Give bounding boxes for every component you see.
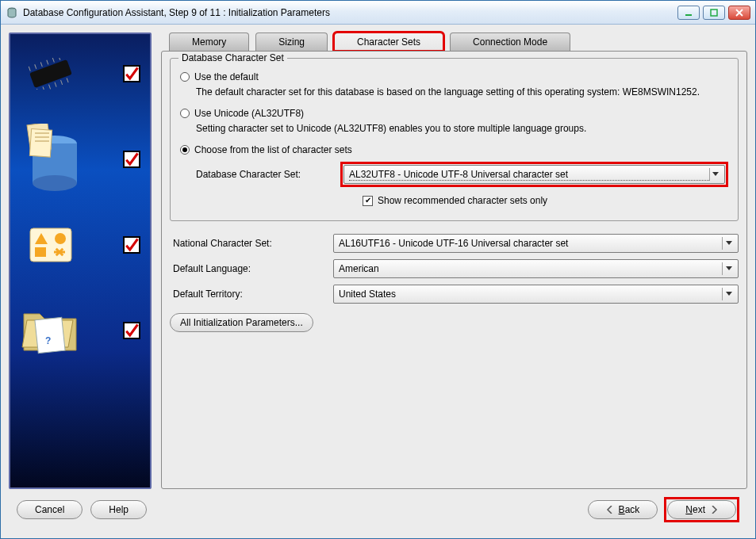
default-language-value: American bbox=[339, 263, 379, 274]
default-language-select[interactable]: American bbox=[333, 259, 739, 278]
svg-line-14 bbox=[61, 80, 63, 85]
svg-line-8 bbox=[52, 58, 54, 63]
chip-icon bbox=[15, 42, 86, 105]
chevron-down-icon bbox=[722, 288, 735, 300]
svg-line-9 bbox=[59, 58, 60, 60]
group-legend: Database Character Set bbox=[178, 52, 287, 63]
default-language-label: Default Language: bbox=[173, 263, 324, 274]
wizard-footer: Cancel Help Back Next bbox=[9, 489, 747, 530]
back-button[interactable]: Back bbox=[588, 500, 658, 519]
svg-line-5 bbox=[35, 64, 36, 69]
svg-point-26 bbox=[55, 233, 66, 244]
show-recommended-checkbox[interactable]: ✔ bbox=[363, 196, 373, 206]
show-recommended-label: Show recommended character sets only bbox=[378, 195, 547, 206]
chevron-down-icon bbox=[722, 237, 735, 250]
tab-sizing[interactable]: Sizing bbox=[255, 32, 328, 51]
database-charset-group: Database Character Set Use the default T… bbox=[170, 58, 739, 221]
svg-line-13 bbox=[55, 82, 56, 87]
tab-memory[interactable]: Memory bbox=[169, 32, 249, 51]
national-charset-value: AL16UTF16 - Unicode UTF-16 Universal cha… bbox=[339, 238, 568, 249]
next-button[interactable]: Next bbox=[667, 500, 736, 519]
svg-line-6 bbox=[40, 62, 42, 67]
minimize-button[interactable] bbox=[677, 6, 700, 20]
maximize-button[interactable] bbox=[703, 6, 725, 20]
db-charset-label: Database Character Set: bbox=[196, 169, 331, 180]
svg-line-15 bbox=[67, 78, 68, 82]
svg-line-10 bbox=[36, 89, 38, 90]
radio-use-default[interactable] bbox=[180, 72, 190, 82]
close-button[interactable] bbox=[728, 6, 750, 20]
radio-use-unicode[interactable] bbox=[180, 109, 190, 118]
svg-point-18 bbox=[33, 175, 77, 191]
svg-line-7 bbox=[47, 60, 48, 65]
svg-text:?: ? bbox=[45, 335, 51, 346]
svg-rect-27 bbox=[35, 247, 46, 257]
default-territory-select[interactable]: United States bbox=[333, 285, 739, 304]
tabs: Memory Sizing Character Sets Connection … bbox=[161, 32, 747, 51]
national-charset-label: National Character Set: bbox=[173, 238, 324, 249]
db-charset-select[interactable]: AL32UTF8 - Unicode UTF-8 Universal chara… bbox=[343, 165, 725, 184]
svg-rect-2 bbox=[711, 10, 717, 16]
chevron-down-icon bbox=[722, 262, 735, 275]
tab-panel: Database Character Set Use the default T… bbox=[161, 51, 747, 489]
folder-question-icon: ? bbox=[15, 299, 86, 362]
national-charset-select[interactable]: AL16UTF16 - Unicode UTF-16 Universal cha… bbox=[333, 234, 739, 253]
database-files-icon bbox=[15, 128, 86, 191]
svg-line-12 bbox=[49, 85, 51, 90]
radio-use-default-label: Use the default bbox=[194, 71, 259, 82]
step-check-icon bbox=[123, 322, 140, 339]
default-territory-label: Default Territory: bbox=[173, 289, 324, 300]
radio-choose-list[interactable] bbox=[180, 145, 190, 155]
chevron-down-icon bbox=[709, 168, 722, 181]
svg-rect-3 bbox=[29, 59, 72, 88]
step-check-icon bbox=[123, 151, 140, 168]
db-charset-value: AL32UTF8 - Unicode UTF-8 Universal chara… bbox=[349, 169, 709, 181]
use-unicode-description: Setting character set to Unicode (AL32UT… bbox=[196, 122, 728, 135]
svg-line-11 bbox=[43, 86, 44, 90]
window-title: Database Configuration Assistant, Step 9… bbox=[23, 7, 677, 18]
shapes-icon bbox=[15, 213, 86, 277]
svg-line-4 bbox=[29, 67, 30, 71]
wizard-sidebar: ? bbox=[9, 32, 152, 489]
default-territory-value: United States bbox=[339, 289, 396, 300]
app-icon bbox=[6, 6, 18, 19]
help-button[interactable]: Help bbox=[90, 500, 147, 519]
step-check-icon bbox=[123, 236, 140, 254]
radio-choose-list-label: Choose from the list of character sets bbox=[194, 144, 352, 155]
cancel-button[interactable]: Cancel bbox=[17, 500, 83, 519]
chevron-left-icon bbox=[606, 506, 614, 514]
tab-character-sets[interactable]: Character Sets bbox=[334, 32, 443, 51]
titlebar: Database Configuration Assistant, Step 9… bbox=[1, 1, 755, 25]
use-default-description: The default character set for this datab… bbox=[196, 86, 728, 98]
all-init-params-button[interactable]: All Initialization Parameters... bbox=[170, 313, 313, 332]
radio-use-unicode-label: Use Unicode (AL32UTF8) bbox=[194, 108, 304, 119]
chevron-right-icon bbox=[710, 506, 718, 514]
tab-connection-mode[interactable]: Connection Mode bbox=[450, 32, 570, 51]
step-check-icon bbox=[123, 65, 140, 82]
